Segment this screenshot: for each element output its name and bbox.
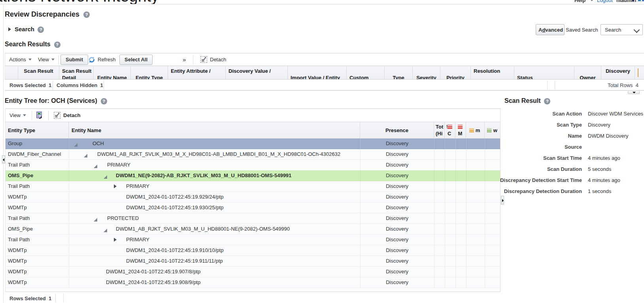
tree-expand-icon[interactable] bbox=[94, 165, 97, 168]
view-menu[interactable]: View bbox=[38, 53, 55, 66]
sr-column-header-owner[interactable]: Owner bbox=[574, 66, 601, 79]
tree-row-entity-name[interactable]: PRIMARY bbox=[126, 237, 149, 242]
status-separator bbox=[53, 81, 53, 90]
sr-column-header-custom[interactable]: Custom bbox=[347, 66, 385, 79]
sr-column-header-scan-result[interactable]: Scan Result bbox=[18, 66, 59, 79]
saved-search-select[interactable]: Search bbox=[601, 24, 643, 35]
search-results-collapse-button[interactable] bbox=[628, 91, 640, 94]
tree-row-entity-name[interactable]: DWDM1_2024-01-10T22:45:19.911/11/ptp bbox=[126, 258, 223, 264]
tree-row[interactable]: Trail PathPROTECTEDDiscovery bbox=[6, 213, 500, 224]
entity-tree-help-icon[interactable]: ? bbox=[101, 98, 107, 104]
tree-row-presence: Discovery bbox=[360, 151, 434, 157]
sr-column-header-entity-attribute[interactable]: Entity Attribute / bbox=[168, 66, 226, 79]
tree-row-entity-type: WDMTp bbox=[8, 194, 27, 200]
tree-column-header-warning[interactable]: w bbox=[485, 122, 500, 138]
sr-column-header-discovery-value[interactable]: Discovery Value / bbox=[226, 66, 288, 79]
scan-field-value: 1 seconds bbox=[588, 188, 611, 194]
tree-column-header-major[interactable]: M bbox=[455, 122, 466, 138]
scan-result-help-icon[interactable]: ? bbox=[544, 98, 550, 104]
tree-expand-icon[interactable] bbox=[94, 218, 97, 222]
sr-column-label: Discovery bbox=[606, 68, 630, 74]
tree-row-entity-name[interactable]: OCH bbox=[93, 140, 104, 146]
refresh-button[interactable]: Refresh bbox=[88, 53, 116, 66]
tree-row-entity-name[interactable]: DWDM1_2024-01-10T22:45:19.910/10/ptp bbox=[126, 247, 223, 253]
tree-row-entity-name[interactable]: DWDM1_NE(9-2082)-AB_RJKT_SVLIK_M03_M_U_H… bbox=[116, 172, 291, 178]
entity-tree-toolbar: View Detach bbox=[5, 108, 500, 122]
search-section-title[interactable]: Search ? bbox=[15, 26, 44, 33]
tree-row-entity-name[interactable]: PROTECTED bbox=[107, 215, 139, 221]
scan-result-field: Scan TypeDiscovery bbox=[504, 119, 644, 131]
tree-expand-icon[interactable] bbox=[104, 175, 107, 179]
tree-row[interactable]: Trail PathPRIMARYDiscovery bbox=[6, 181, 500, 192]
tree-row[interactable]: WDMTpDWDM1_2024-01-10T22:45:19.908/9/ptp… bbox=[6, 277, 500, 288]
tree-row[interactable]: Trail PathPRIMARYDiscovery bbox=[6, 160, 500, 170]
tree-row-entity-name[interactable]: DWDM1_AB_RJKT_SVLIK_M03_M_X_HD98C01-AB_L… bbox=[97, 151, 340, 157]
tree-row-entity-name[interactable]: DWDM1_2024-01-10T22:45:19.930/25/ptp bbox=[126, 205, 223, 210]
tree-view-menu[interactable]: View bbox=[9, 109, 26, 122]
tree-column-header-minor[interactable]: m bbox=[466, 122, 485, 138]
entity-tree-footer: Rows Selected 1 bbox=[5, 293, 500, 303]
help-menu[interactable]: Help bbox=[574, 0, 585, 3]
select-all-button[interactable]: Select All bbox=[119, 55, 153, 65]
toolbar-overflow-button[interactable]: » bbox=[183, 53, 186, 66]
sr-column-header-severity[interactable]: Severity bbox=[413, 66, 440, 79]
sr-column-header-entity-type[interactable]: Entity Type bbox=[131, 66, 168, 79]
sr-column-label: Severity bbox=[416, 74, 436, 79]
page-title: Review Discrepancies ? bbox=[5, 10, 90, 19]
tree-row-presence: Discovery bbox=[360, 215, 434, 221]
submit-button[interactable]: Submit bbox=[60, 55, 88, 65]
tree-collapse-icon[interactable] bbox=[114, 238, 117, 242]
sr-column-header-status[interactable]: Status bbox=[514, 66, 574, 79]
sr-column-header-priority[interactable]: Priority bbox=[440, 66, 471, 79]
tree-column-header-total[interactable]: Tot(Hi bbox=[434, 122, 445, 138]
tree-detach-button[interactable]: Detach bbox=[54, 109, 80, 122]
tree-row[interactable]: OMS_PipeDWDM1_NE(9-2082)-AB_RJKT_SVLIK_M… bbox=[6, 170, 500, 181]
tree-row[interactable]: GroupOCHDiscovery bbox=[6, 138, 500, 149]
tree-row-entity-name[interactable]: DWDM1_2024-01-10T22:45:19.929/24/ptp bbox=[126, 194, 223, 200]
search-results-help-icon[interactable]: ? bbox=[54, 42, 60, 48]
tree-row-presence: Discovery bbox=[360, 172, 434, 178]
sr-column-header-scan-result-detail[interactable]: Scan ResultDetail bbox=[59, 66, 94, 79]
tree-row-entity-name[interactable]: PRIMARY bbox=[107, 162, 130, 168]
sr-column-header-import-value-entity[interactable]: Import Value / Entity bbox=[288, 66, 347, 79]
sr-column-header-type[interactable]: Type bbox=[385, 66, 413, 79]
sr-column-header-entity-name[interactable]: Entity Name bbox=[94, 66, 131, 79]
tree-row-entity-name[interactable]: DWDM1_2024-01-10T22:45:19.908/9/ptp bbox=[106, 279, 200, 285]
tree-row-entity-name[interactable]: DWDM1_AB_RJKT_SVLIK_M03_M_U_HD88001-NE(9… bbox=[116, 226, 290, 232]
tree-row-entity-type: Group bbox=[8, 140, 22, 146]
search-disclosure-icon[interactable] bbox=[8, 27, 11, 31]
tree-expand-icon[interactable] bbox=[74, 143, 77, 147]
tree-panel-splitter-button[interactable] bbox=[501, 196, 504, 205]
advanced-button[interactable]: Advanced bbox=[536, 24, 565, 35]
tree-column-header-presence[interactable]: Presence bbox=[360, 122, 434, 138]
tree-row-entity-name[interactable]: PRIMARY bbox=[126, 183, 149, 189]
actions-menu[interactable]: Actions bbox=[9, 53, 32, 66]
tree-column-header-entity-type[interactable]: Entity Type bbox=[6, 122, 69, 138]
tree-column-header-entity-name[interactable]: Entity Name bbox=[69, 122, 360, 138]
search-help-icon[interactable]: ? bbox=[38, 27, 44, 33]
tree-row[interactable]: WDMTpDWDM1_2024-01-10T22:45:19.911/11/pt… bbox=[6, 256, 500, 267]
tree-row[interactable]: WDMTpDWDM1_2024-01-10T22:45:19.910/10/pt… bbox=[6, 245, 500, 256]
tree-collapse-icon[interactable] bbox=[114, 184, 117, 188]
tree-row[interactable]: WDMTpDWDM1_2024-01-10T22:45:19.907/8/ptp… bbox=[6, 267, 500, 277]
sr-column-header-discovery[interactable]: Discovery bbox=[601, 66, 635, 79]
tree-row-presence: Discovery bbox=[360, 183, 434, 189]
tree-column-header-critical[interactable]: ! C bbox=[445, 122, 455, 138]
tree-row-entity-name[interactable]: DWDM1_2024-01-10T22:45:19.907/8/ptp bbox=[106, 269, 200, 275]
tree-expand-icon[interactable] bbox=[104, 229, 107, 232]
app-grid-icon[interactable] bbox=[636, 0, 644, 2]
collapse-arrow-icon bbox=[633, 92, 636, 95]
tree-row[interactable]: DWDM_Fiber_ChannelDWDM1_AB_RJKT_SVLIK_M0… bbox=[6, 149, 500, 160]
logout-link[interactable]: Logout bbox=[597, 0, 613, 3]
export-to-excel-button[interactable] bbox=[36, 109, 43, 122]
page-help-icon[interactable]: ? bbox=[83, 11, 90, 18]
sr-column-header-resolution[interactable]: Resolution bbox=[471, 66, 514, 79]
tree-expand-icon[interactable] bbox=[84, 154, 87, 157]
left-splitter-collapse-button[interactable] bbox=[2, 155, 5, 163]
tree-row[interactable]: WDMTpDWDM1_2024-01-10T22:45:19.929/24/pt… bbox=[6, 192, 500, 203]
tree-row[interactable]: WDMTpDWDM1_2024-01-10T22:45:19.930/25/pt… bbox=[6, 203, 500, 213]
detach-button[interactable]: Detach bbox=[200, 53, 226, 66]
minor-icon bbox=[469, 127, 474, 133]
tree-row[interactable]: Trail PathPRIMARYDiscovery bbox=[6, 235, 500, 245]
tree-row[interactable]: OMS_PipeDWDM1_AB_RJKT_SVLIK_M03_M_U_HD88… bbox=[6, 224, 500, 235]
